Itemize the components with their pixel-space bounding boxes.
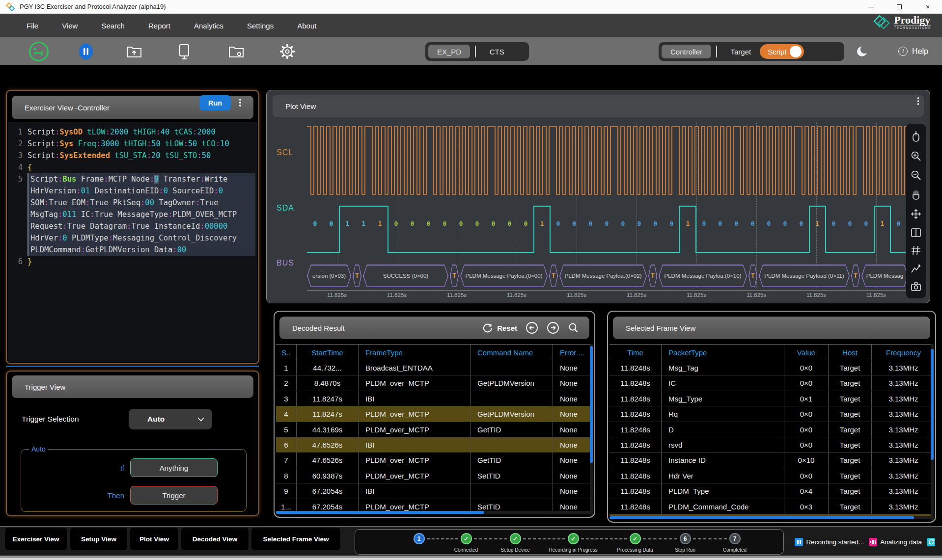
screenshot-camera-icon[interactable] (911, 282, 921, 292)
table-row[interactable]: 11.8248sHdr Ver0×0Target3.13MHz (610, 468, 933, 483)
grid-toggle-icon[interactable] (911, 245, 921, 255)
help-button[interactable]: i Help (898, 37, 928, 65)
zoom-out-icon[interactable] (911, 170, 921, 181)
mouse-tool-icon[interactable] (911, 131, 921, 142)
tab-decoded-view[interactable]: Decoded View (181, 528, 249, 550)
waveform-area[interactable]: 0011100000000010000000010000000100010 er… (307, 122, 907, 298)
table-row[interactable]: 11.8248sMsg_Type0×1Target3.13MHz (610, 391, 933, 406)
table-row[interactable]: 747.6526sPLDM_over_MCTPGetTIDNone (276, 453, 592, 468)
table-row[interactable]: 11.8248sD0×0Target3.13MHz (610, 422, 933, 437)
run-button[interactable]: Run (199, 95, 231, 110)
code-line: HdrVer:0 PLDMType:Messaging_Control_Disc… (8, 232, 257, 244)
pause-icon[interactable] (78, 42, 94, 61)
bus-data-frame[interactable]: PLDM Message Payloa.(0×00) (460, 265, 548, 287)
menu-item-view[interactable]: View (50, 14, 89, 37)
bus-data-frame[interactable]: ersion (0×03) (307, 265, 351, 287)
trigger-selection-dropdown[interactable]: Auto (129, 409, 212, 429)
script-toggle[interactable]: Script (760, 44, 803, 59)
bus-data-frame[interactable]: SUCCESS (0×00) (363, 265, 448, 287)
bus-tag-frame[interactable]: T (851, 265, 860, 287)
minimize-button[interactable] (857, 0, 885, 14)
tab-exerciser-view[interactable]: Exerciser View (5, 528, 67, 550)
selected-vertical-scrollbar[interactable] (931, 349, 934, 460)
dark-mode-moon-icon[interactable] (856, 45, 868, 58)
search-icon[interactable] (568, 322, 579, 333)
tab-plot-view[interactable]: Plot View (130, 528, 178, 550)
column-header[interactable]: Host (829, 344, 872, 360)
exerciser-menu-icon[interactable] (239, 99, 241, 107)
refresh-icon[interactable] (483, 323, 493, 333)
device-monitor-icon[interactable] (177, 43, 192, 60)
menu-item-search[interactable]: Search (89, 14, 137, 37)
split-view-icon[interactable] (911, 228, 921, 238)
table-row[interactable]: 11.8248sIC0×0Target3.13MHz (610, 375, 933, 391)
mode-cts-button[interactable]: CTS (481, 45, 513, 58)
tab-setup-view[interactable]: Setup View (70, 528, 127, 550)
bus-tag-frame[interactable]: T (450, 265, 459, 287)
script-editor[interactable]: 1Script:SysOD tLOW:2000 tHIGH:40 tCAS:20… (8, 122, 257, 362)
table-row[interactable]: 544.3169sPLDM_over_MCTPGetTIDNone (276, 422, 592, 437)
table-row[interactable]: 967.2054sIBINone (276, 483, 592, 499)
table-row[interactable]: 411.8247sPLDM_over_MCTPGetPLDMVersionNon… (276, 406, 592, 422)
panel-splitter[interactable] (6, 366, 259, 367)
then-action-button[interactable]: Trigger (130, 486, 218, 505)
maximize-button[interactable] (885, 0, 914, 14)
column-header[interactable]: Command Name (471, 344, 553, 360)
menu-item-analytics[interactable]: Analytics (182, 14, 235, 37)
table-row[interactable]: 11.8248sPLDM_Type0×4Target3.13MHz (610, 483, 933, 499)
role-target-button[interactable]: Target (722, 45, 760, 58)
folder-settings-icon[interactable] (228, 44, 245, 59)
menu-item-settings[interactable]: Settings (235, 14, 285, 37)
column-header[interactable]: StartTime (297, 344, 359, 360)
table-row[interactable]: 311.8247sIBINone (276, 391, 592, 406)
close-button[interactable]: × (914, 0, 942, 14)
table-row[interactable]: 11.8248sPLDM_Command_Code0×3Target3.13MH… (610, 499, 933, 514)
plot-menu-icon[interactable] (917, 97, 919, 105)
column-header[interactable]: Time (610, 344, 662, 360)
menu-item-about[interactable]: About (285, 14, 328, 37)
tab-selected-frame-view[interactable]: Selected Frame View (251, 528, 340, 550)
menu-item-file[interactable]: File (15, 14, 50, 37)
bus-data-frame[interactable]: PLDM Message Payload (0×11) (759, 265, 850, 287)
if-condition-button[interactable]: Anything (130, 458, 218, 477)
table-row[interactable]: 11.8248srsvd0×0Target3.13MHz (610, 437, 933, 453)
column-header[interactable]: Error ... (553, 344, 592, 360)
column-header[interactable]: FrameType (359, 344, 471, 360)
selected-horizontal-scrollbar[interactable] (610, 516, 914, 519)
mode-ex-pd-button[interactable]: EX_PD (428, 45, 470, 58)
next-frame-icon[interactable] (547, 321, 559, 334)
move-tool-icon[interactable] (911, 209, 921, 219)
run-script-icon[interactable] (28, 41, 49, 62)
table-row[interactable]: 28.4870sPLDM_over_MCTPGetPLDMVersionNone (276, 375, 592, 391)
settings-gear-icon[interactable] (279, 43, 296, 60)
bus-data-frame[interactable]: PLDM Messag (861, 265, 907, 287)
menu-item-report[interactable]: Report (137, 14, 182, 37)
table-cell: 11.8248s (610, 437, 662, 453)
pan-hand-icon[interactable] (911, 188, 921, 200)
bus-tag-frame[interactable]: T (549, 265, 558, 287)
column-header[interactable]: Frequency (872, 344, 933, 360)
role-controller-button[interactable]: Controller (662, 45, 711, 58)
bus-tag-frame[interactable]: T (648, 265, 657, 287)
column-header[interactable]: PacketType (662, 344, 784, 360)
bus-tag-frame[interactable]: T (353, 265, 361, 287)
table-row[interactable]: 647.6526sIBINone (276, 437, 592, 453)
decoded-horizontal-scrollbar[interactable] (276, 511, 484, 514)
table-cell: Target (829, 391, 872, 406)
decoded-vertical-scrollbar[interactable] (590, 346, 593, 463)
table-row[interactable]: 11.8248sMsg_Tag0×0Target3.13MHz (610, 360, 933, 375)
table-row[interactable]: 144.732...Broadcast_ENTDAANone (276, 360, 592, 375)
column-header[interactable]: S.. (276, 344, 297, 360)
bus-tag-frame[interactable]: T (748, 265, 757, 287)
table-row[interactable]: 11.8248sRq0×0Target3.13MHz (610, 406, 933, 422)
prev-frame-icon[interactable] (526, 321, 538, 334)
table-row[interactable]: 11.8248sInstance ID0×10Target3.13MHz (610, 453, 933, 468)
trend-chart-icon[interactable] (911, 264, 921, 273)
reset-button[interactable]: Reset (497, 324, 517, 332)
open-folder-icon[interactable] (126, 44, 142, 59)
zoom-in-icon[interactable] (911, 151, 921, 161)
bus-data-frame[interactable]: PLDM Message Payloa.(0×10) (659, 265, 747, 287)
bus-data-frame[interactable]: PLDM Message Payloa.(0×02) (559, 265, 647, 287)
column-header[interactable]: Value (784, 344, 829, 360)
table-row[interactable]: 860.9387sPLDM_over_MCTPSetTIDNone (276, 468, 592, 483)
